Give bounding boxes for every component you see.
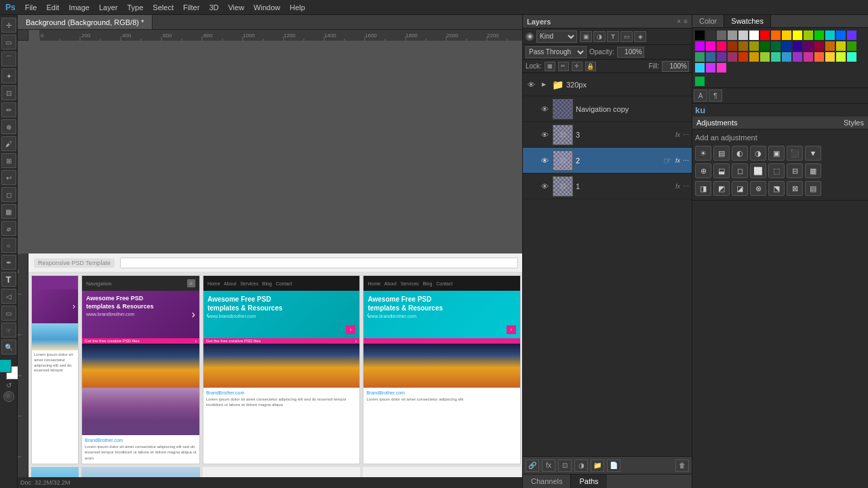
swatch-45[interactable] xyxy=(695,63,705,73)
swatch-22[interactable] xyxy=(771,41,781,51)
heal-tool[interactable]: ⊕ xyxy=(1,119,16,134)
adjustments-tab[interactable]: Adjustments xyxy=(696,119,738,127)
swatch-46[interactable] xyxy=(706,63,715,73)
menu-type[interactable]: Type xyxy=(127,3,144,12)
adj-extra2[interactable]: ⊗ xyxy=(750,181,766,196)
menu-image[interactable]: Image xyxy=(68,3,90,12)
hero-cta-xl[interactable]: › xyxy=(507,325,516,334)
eraser-tool[interactable]: ◻ xyxy=(1,187,16,202)
adj-extra3[interactable]: ⬔ xyxy=(768,181,785,196)
swatch-38[interactable] xyxy=(782,52,791,62)
menu-filter[interactable]: Filter xyxy=(183,3,199,12)
adj-colorbalance[interactable]: ▼ xyxy=(805,146,821,161)
swatch-16[interactable] xyxy=(706,41,715,51)
adj-extra5[interactable]: ▤ xyxy=(805,181,821,196)
adj-threshold[interactable]: ▦ xyxy=(805,163,821,178)
adj-extra4[interactable]: ⊠ xyxy=(787,181,803,196)
paths-tab[interactable]: Paths xyxy=(571,474,606,488)
swatch-11[interactable] xyxy=(814,30,824,40)
filter-toggle[interactable]: ◉ xyxy=(526,33,534,41)
nav-menu-icon[interactable]: ≡ xyxy=(187,279,195,287)
lock-transparent-btn[interactable]: ▦ xyxy=(545,62,555,71)
right-tool-2[interactable]: ¶ xyxy=(709,89,722,102)
swatch-30[interactable] xyxy=(695,52,705,62)
layer-eye-320[interactable]: 👁 xyxy=(526,79,536,90)
swatch-36[interactable] xyxy=(760,52,770,62)
swatch-20[interactable] xyxy=(749,41,759,51)
adj-photo[interactable]: ⬓ xyxy=(713,163,730,178)
gradient-tool[interactable]: ▦ xyxy=(1,204,16,219)
swatch-29[interactable] xyxy=(847,41,856,51)
menu-edit[interactable]: Edit xyxy=(46,3,59,12)
adj-vibrance[interactable]: ▣ xyxy=(768,146,785,161)
swatch-15[interactable] xyxy=(695,41,705,51)
layer-320px-folder[interactable]: 👁 ▶ 📁 320px xyxy=(523,73,692,96)
right-tool-1[interactable]: A xyxy=(694,89,707,102)
fill-input[interactable]: 100% xyxy=(662,61,689,72)
panel-close-btn[interactable]: × xyxy=(677,18,681,25)
swatch-9[interactable] xyxy=(793,30,802,40)
pen-tool[interactable]: ✒ xyxy=(1,255,16,270)
dodge-tool[interactable]: ○ xyxy=(1,238,16,253)
layer-more-3[interactable]: ⋯ xyxy=(683,131,689,138)
hand-tool[interactable]: ☞ xyxy=(1,323,16,338)
layer-1[interactable]: 👁 ⊡ 1 fx ⋯ xyxy=(523,174,692,199)
blur-tool[interactable]: ⌀ xyxy=(1,221,16,236)
filter-adjust-icon[interactable]: ◑ xyxy=(593,31,606,42)
adj-curves[interactable]: ◐ xyxy=(732,146,748,161)
link-layers-btn[interactable]: 🔗 xyxy=(526,460,539,472)
swatch-23[interactable] xyxy=(782,41,791,51)
swatch-4[interactable] xyxy=(738,30,748,40)
brush-tool[interactable]: 🖌 xyxy=(1,136,16,151)
add-style-btn[interactable]: fx xyxy=(542,460,555,472)
layer-nav-copy[interactable]: 👁 Navigation copy xyxy=(523,96,692,122)
swatch-26[interactable] xyxy=(814,41,824,51)
layer-more-1[interactable]: ⋯ xyxy=(683,183,689,190)
kind-filter-dropdown[interactable]: Kind xyxy=(536,30,577,43)
swatch-37[interactable] xyxy=(771,52,781,62)
blend-mode-dropdown[interactable]: Pass Through xyxy=(526,46,587,58)
new-layer-btn[interactable]: 📄 xyxy=(607,460,620,472)
swatch-19[interactable] xyxy=(738,41,748,51)
swatch-42[interactable] xyxy=(825,52,835,62)
swatch-34[interactable] xyxy=(738,52,748,62)
swatch-0[interactable] xyxy=(695,30,705,40)
ps-logo[interactable]: Ps xyxy=(5,3,16,12)
delete-layer-btn[interactable]: 🗑 xyxy=(675,460,689,472)
swatch-6[interactable] xyxy=(760,30,770,40)
swatch-35[interactable] xyxy=(749,52,759,62)
swatch-31[interactable] xyxy=(706,52,715,62)
swatch-12[interactable] xyxy=(825,30,835,40)
swatch-13[interactable] xyxy=(836,30,846,40)
adj-hsl[interactable]: ⬛ xyxy=(787,146,803,161)
green-swatch[interactable] xyxy=(695,77,705,86)
swatch-14[interactable] xyxy=(847,30,856,40)
eyedropper-tool[interactable]: ✏ xyxy=(1,102,16,117)
history-brush-tool[interactable]: ↩ xyxy=(1,170,16,185)
swatches-tab[interactable]: Swatches xyxy=(724,15,771,27)
adj-bw[interactable]: ⊕ xyxy=(695,163,711,178)
foreground-color-swatch[interactable] xyxy=(0,359,12,373)
swatch-3[interactable] xyxy=(728,30,737,40)
path-tool[interactable]: ◁ xyxy=(1,289,16,304)
swatch-2[interactable] xyxy=(717,30,726,40)
filter-smart-icon[interactable]: ◈ xyxy=(634,31,646,42)
swatch-17[interactable] xyxy=(717,41,726,51)
layer-eye-3[interactable]: 👁 xyxy=(539,129,550,140)
filter-type-icon[interactable]: T xyxy=(607,31,619,42)
document-tab[interactable]: Background (Background, RGB/8) * xyxy=(18,15,153,29)
swatch-18[interactable] xyxy=(728,41,737,51)
type-tool[interactable]: T xyxy=(1,272,16,287)
menu-window[interactable]: Window xyxy=(254,3,280,12)
zoom-tool[interactable]: 🔍 xyxy=(1,340,16,354)
channels-tab[interactable]: Channels xyxy=(523,474,571,488)
adj-levels[interactable]: ▤ xyxy=(713,146,730,161)
move-tool[interactable]: ✛ xyxy=(1,18,16,33)
swatch-27[interactable] xyxy=(825,41,835,51)
swatch-39[interactable] xyxy=(793,52,802,62)
adj-colorlookup[interactable]: ⬜ xyxy=(750,163,766,178)
layer-3[interactable]: 👁 ⊡ 3 fx ⋯ xyxy=(523,122,692,148)
layer-more-2[interactable]: ⋯ xyxy=(683,157,689,164)
menu-3d[interactable]: 3D xyxy=(209,3,218,12)
swatch-1[interactable] xyxy=(706,30,715,40)
